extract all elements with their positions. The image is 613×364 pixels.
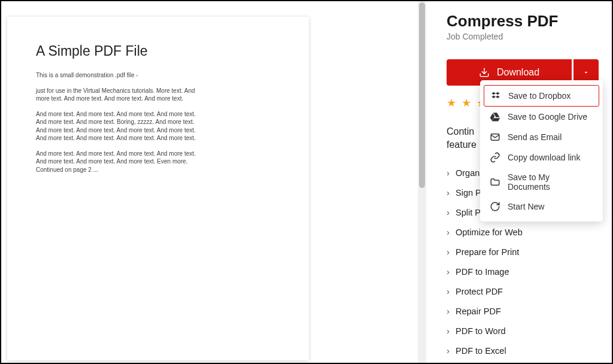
job-status: Job Completed: [447, 32, 599, 41]
sidebar: Compress PDF Job Completed Download ★ ★ …: [426, 1, 612, 363]
popover-item-copy-link[interactable]: Copy download link: [484, 147, 599, 168]
folder-icon: [490, 177, 500, 187]
popover-item-label: Save to Dropbox: [508, 91, 570, 101]
link-icon: [490, 152, 500, 163]
preview-scrollbar-thumb[interactable]: [419, 2, 425, 188]
popover-item-label: Save to My Documents: [508, 172, 593, 192]
popover-item-label: Save to Google Drive: [508, 112, 587, 122]
feature-item-word[interactable]: PDF to Word: [447, 321, 599, 341]
popover-item-label: Start New: [508, 202, 544, 211]
feature-item-image[interactable]: PDF to Image: [447, 262, 599, 281]
feature-item-repair[interactable]: Repair PDF: [447, 301, 599, 321]
feature-item-optimize[interactable]: Optimize for Web: [447, 222, 599, 242]
refresh-icon: [490, 201, 500, 212]
dropbox-icon: [490, 90, 501, 101]
pdf-page: A Simple PDF File This is a small demons…: [7, 17, 309, 360]
popover-item-gdrive[interactable]: Save to Google Drive: [484, 107, 599, 127]
pdf-paragraph: This is a small demonstration .pdf file …: [36, 71, 204, 80]
popover-item-start-new[interactable]: Start New: [484, 196, 599, 217]
feature-item-protect[interactable]: Protect PDF: [447, 281, 599, 301]
popover-item-label: Copy download link: [508, 153, 580, 162]
page-title: Compress PDF: [447, 12, 599, 31]
mail-icon: [490, 132, 500, 142]
pdf-preview-pane: A Simple PDF File This is a small demons…: [1, 1, 426, 363]
pdf-paragraph: And more text. And more text. And more t…: [36, 110, 204, 142]
popover-item-email[interactable]: Send as Email: [484, 127, 599, 147]
feature-item-print[interactable]: Prepare for Print: [447, 242, 599, 262]
popover-item-mydocs[interactable]: Save to My Documents: [484, 168, 599, 196]
download-button-label: Download: [497, 67, 539, 78]
preview-scrollbar-track[interactable]: [418, 1, 426, 363]
popover-item-label: Send as Email: [508, 132, 562, 142]
pdf-page-title: A Simple PDF File: [36, 43, 280, 59]
pdf-paragraph: And more text. And more text. And more t…: [36, 150, 204, 174]
popover-item-dropbox[interactable]: Save to Dropbox: [484, 85, 599, 107]
feature-item-excel[interactable]: PDF to Excel: [447, 341, 599, 360]
caret-down-icon: [582, 69, 590, 76]
google-drive-icon: [490, 111, 500, 122]
pdf-paragraph: just for use in the Virtual Mechanics tu…: [36, 87, 204, 103]
feature-item-powerpoint[interactable]: PDF to Powerpoint: [447, 360, 599, 364]
download-options-popover: Save to Dropbox Save to Google Drive Sen…: [480, 80, 603, 222]
download-icon: [479, 67, 490, 78]
